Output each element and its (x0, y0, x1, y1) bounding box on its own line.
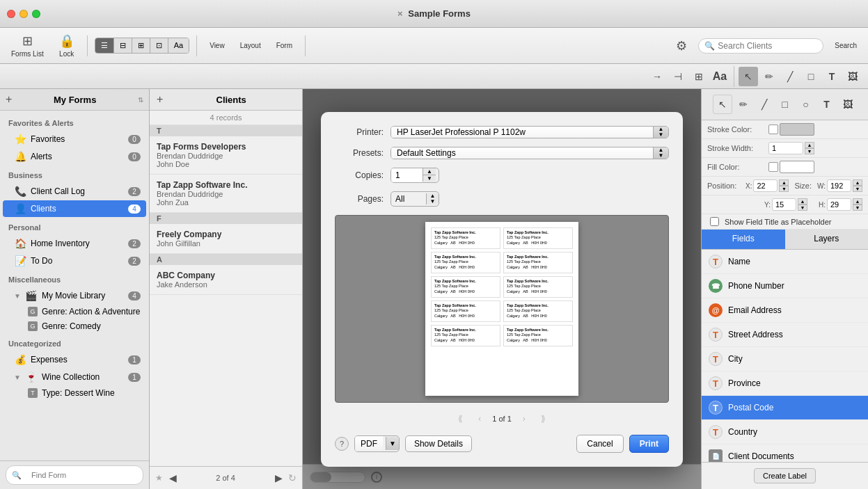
sidebar-sort-icon[interactable]: ⇅ (138, 96, 143, 104)
preview-next-btn[interactable]: › (517, 412, 531, 425)
stroke-width-input[interactable] (768, 142, 803, 154)
preview-first-btn[interactable]: ⟪ (453, 412, 467, 425)
placeholder-checkbox[interactable] (710, 217, 719, 226)
layout-btn[interactable]: Layout (235, 39, 267, 52)
pen-tool-btn[interactable]: ✏ (759, 67, 779, 86)
client-item-tap-forms[interactable]: Tap Forms Developers Brendan Duddridge J… (150, 136, 302, 175)
select-tool-btn[interactable]: ↖ (713, 95, 732, 114)
fill-color-checkbox[interactable] (768, 162, 778, 172)
sidebar-item-expenses[interactable]: 💰 Expenses 1 (3, 351, 146, 368)
close-tab-icon[interactable]: × (397, 8, 403, 19)
field-item-email[interactable]: @ Email Address (702, 298, 868, 323)
view-label-btn[interactable]: View (204, 39, 230, 52)
field-item-city[interactable]: T City (702, 347, 868, 371)
sidebar-item-favorites[interactable]: ⭐ Favorites 0 (3, 131, 146, 147)
x-down-btn[interactable]: ▼ (779, 186, 789, 192)
client-item-freely[interactable]: Freely Company John Gilfillan (150, 224, 302, 254)
arrow-tool-btn[interactable]: → (647, 67, 667, 86)
star-icon[interactable]: ★ (155, 473, 163, 483)
copies-down-btn[interactable]: ▼ (423, 175, 436, 182)
create-label-button[interactable]: Create Label (754, 468, 816, 483)
view-btn-5[interactable]: Aa (168, 38, 189, 53)
y-down-btn[interactable]: ▼ (798, 205, 807, 211)
sidebar-item-alerts[interactable]: 🔔 Alerts 0 (3, 148, 146, 165)
help-button[interactable]: ? (335, 437, 349, 451)
minimize-button[interactable] (19, 10, 28, 18)
h-down-btn[interactable]: ▼ (853, 205, 862, 211)
y-input[interactable] (772, 198, 796, 211)
circle-draw-btn[interactable]: ○ (796, 95, 816, 114)
preview-prev-btn[interactable]: ‹ (473, 412, 487, 425)
client-item-abc[interactable]: ABC Company Jake Anderson (150, 265, 302, 295)
stroke-color-swatch[interactable] (780, 123, 814, 136)
sidebar-item-client-call-log[interactable]: 📞 Client Call Log 2 (3, 183, 146, 200)
find-form-input[interactable] (24, 468, 137, 482)
x-up-btn[interactable]: ▲ (779, 179, 789, 186)
form-btn[interactable]: Form (271, 39, 298, 52)
field-item-province[interactable]: T Province (702, 371, 868, 396)
forms-list-button[interactable]: ⊞ Forms List (6, 31, 49, 61)
w-input[interactable] (827, 179, 851, 192)
grid-btn[interactable]: ⊞ (689, 67, 709, 86)
refresh-icon[interactable]: ↻ (288, 472, 297, 483)
line-tool-btn[interactable]: ╱ (780, 67, 800, 86)
next-record-btn[interactable]: ▶ (271, 471, 285, 485)
text-size-btn[interactable]: Aa (710, 67, 729, 86)
image-tool-btn[interactable]: 🖼 (843, 67, 862, 86)
stroke-width-up-btn[interactable]: ▲ (805, 142, 814, 148)
close-button[interactable] (7, 10, 15, 18)
w-down-btn[interactable]: ▼ (853, 186, 862, 192)
cursor-tool-btn[interactable]: ↖ (739, 67, 758, 86)
clients-add-button[interactable]: + (157, 93, 163, 106)
sidebar-item-todo[interactable]: 📝 To Do 2 (3, 252, 146, 269)
tab-fields[interactable]: Fields (702, 230, 785, 249)
h-input[interactable] (827, 198, 851, 211)
search-input[interactable] (718, 41, 817, 51)
print-button[interactable]: Print (629, 435, 669, 453)
lock-button[interactable]: 🔒 Lock (54, 31, 80, 61)
client-item-tap-zapp[interactable]: Tap Zapp Software Inc. Brendan Duddridge… (150, 175, 302, 213)
stroke-color-checkbox[interactable] (768, 125, 778, 134)
field-item-client-documents[interactable]: 📄 Client Documents (702, 444, 868, 462)
h-up-btn[interactable]: ▲ (853, 198, 862, 205)
sidebar-add-button[interactable]: + (6, 93, 12, 106)
text-draw-btn[interactable]: T (817, 95, 837, 114)
sidebar-subitem-genre-comedy[interactable]: G Genre: Comedy (3, 319, 146, 333)
rect-tool-btn[interactable]: □ (801, 67, 821, 86)
field-item-postal-code[interactable]: T Postal Code (702, 396, 868, 420)
gear-button[interactable]: ⚙ (670, 35, 693, 56)
fill-color-swatch[interactable] (780, 161, 814, 173)
field-item-country[interactable]: T Country (702, 420, 868, 444)
view-btn-2[interactable]: ⊟ (114, 38, 132, 53)
tab-layers[interactable]: Layers (785, 230, 869, 249)
sidebar-item-movie-library[interactable]: ▼ 🎬 My Movie Library 4 (3, 287, 146, 304)
field-item-street-address[interactable]: T Street Address (702, 323, 868, 347)
search-box[interactable]: 🔍 (698, 38, 823, 54)
align-left-btn[interactable]: ⊣ (668, 67, 688, 86)
field-item-name[interactable]: T Name (702, 250, 868, 274)
view-btn-1[interactable]: ☰ (95, 38, 114, 53)
image-draw-btn[interactable]: 🖼 (838, 95, 858, 114)
y-up-btn[interactable]: ▲ (798, 198, 807, 205)
copies-up-btn[interactable]: ▲ (423, 168, 436, 175)
sidebar-item-wine-collection[interactable]: ▼ 🍷 Fields Wine Collection 1 (3, 369, 146, 385)
sidebar-item-clients[interactable]: 👤 Clients 4 (3, 200, 146, 217)
x-input[interactable] (753, 179, 778, 192)
presets-dropdown-btn[interactable]: ▲▼ (653, 147, 668, 159)
pdf-dropdown-icon[interactable]: ▼ (386, 437, 399, 450)
printer-dropdown-btn[interactable]: ▲▼ (653, 127, 668, 138)
line-draw-btn[interactable]: ╱ (755, 95, 774, 114)
sidebar-subitem-genre-action[interactable]: G Genre: Action & Adventure (3, 305, 146, 319)
view-btn-3[interactable]: ⊞ (132, 38, 150, 53)
printer-select[interactable]: HP LaserJet Professional P 1102w ▲▼ (390, 126, 669, 138)
text-tool-btn[interactable]: T (822, 67, 842, 86)
preview-last-btn[interactable]: ⟫ (537, 412, 551, 425)
pdf-button[interactable]: PDF ▼ (354, 435, 400, 452)
copies-input[interactable] (391, 168, 423, 182)
rect-draw-btn[interactable]: □ (775, 95, 795, 114)
field-item-phone[interactable]: ☎ Phone Number (702, 274, 868, 298)
sidebar-item-home-inventory[interactable]: 🏠 Home Inventory 2 (3, 235, 146, 252)
view-btn-4[interactable]: ⊡ (150, 38, 168, 53)
presets-select[interactable]: Default Settings ▲▼ (390, 147, 669, 159)
w-up-btn[interactable]: ▲ (853, 179, 862, 186)
